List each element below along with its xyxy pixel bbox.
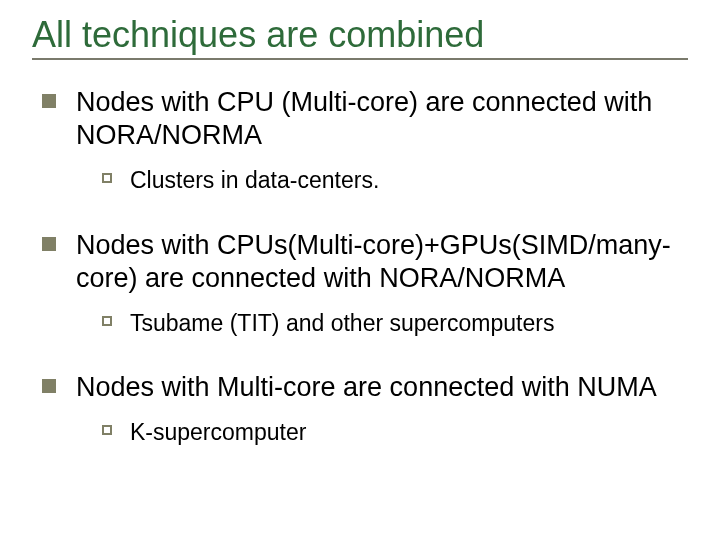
slide-title: All techniques are combined xyxy=(32,14,688,56)
bullet-item: Nodes with CPUs(Multi-core)+GPUs(SIMD/ma… xyxy=(42,229,688,295)
bullet-text: Nodes with CPUs(Multi-core)+GPUs(SIMD/ma… xyxy=(76,229,688,295)
hollow-square-bullet-icon xyxy=(102,173,112,183)
title-container: All techniques are combined xyxy=(32,14,688,60)
sub-bullet-text: Tsubame (TIT) and other supercomputers xyxy=(130,309,554,338)
sub-bullet-item: Clusters in data-centers. xyxy=(102,166,688,195)
bullet-text: Nodes with Multi-core are connected with… xyxy=(76,371,657,404)
square-bullet-icon xyxy=(42,94,56,108)
slide: All techniques are combined Nodes with C… xyxy=(0,0,720,540)
sub-bullet-item: Tsubame (TIT) and other supercomputers xyxy=(102,309,688,338)
hollow-square-bullet-icon xyxy=(102,316,112,326)
square-bullet-icon xyxy=(42,237,56,251)
sub-bullet-item: K-supercomputer xyxy=(102,418,688,447)
sub-bullet-text: K-supercomputer xyxy=(130,418,306,447)
square-bullet-icon xyxy=(42,379,56,393)
bullet-item: Nodes with Multi-core are connected with… xyxy=(42,371,688,404)
bullet-text: Nodes with CPU (Multi-core) are connecte… xyxy=(76,86,688,152)
hollow-square-bullet-icon xyxy=(102,425,112,435)
sub-bullet-text: Clusters in data-centers. xyxy=(130,166,379,195)
bullet-item: Nodes with CPU (Multi-core) are connecte… xyxy=(42,86,688,152)
